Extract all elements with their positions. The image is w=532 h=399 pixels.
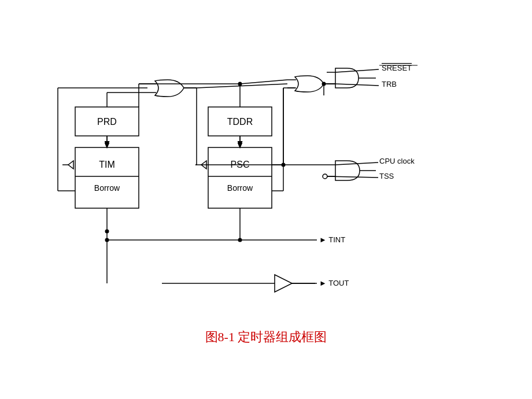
svg-text:► TOUT: ► TOUT <box>319 279 349 287</box>
circuit-diagram: PRD TIM Borrow TDDR PSC Borrow <box>0 0 532 399</box>
svg-text:Borrow: Borrow <box>227 183 253 193</box>
svg-text:CPU clock: CPU clock <box>379 157 415 165</box>
svg-rect-9 <box>208 147 272 208</box>
svg-text:PRD: PRD <box>97 117 117 127</box>
svg-text:TRB: TRB <box>382 80 397 88</box>
svg-text:TSS: TSS <box>379 172 394 180</box>
svg-text:TDDR: TDDR <box>227 117 253 127</box>
svg-point-29 <box>323 174 327 179</box>
diagram-caption: 图8-1 定时器组成框图 <box>205 330 327 344</box>
diagram-container: PRD TIM Borrow TDDR PSC Borrow <box>0 0 532 399</box>
svg-text:TIM: TIM <box>99 160 115 169</box>
svg-text:Borrow: Borrow <box>94 183 120 193</box>
svg-point-66 <box>238 82 242 86</box>
svg-text:SRESET: SRESET <box>382 64 412 72</box>
svg-rect-3 <box>75 147 139 208</box>
svg-text:► TINT: ► TINT <box>319 235 345 244</box>
